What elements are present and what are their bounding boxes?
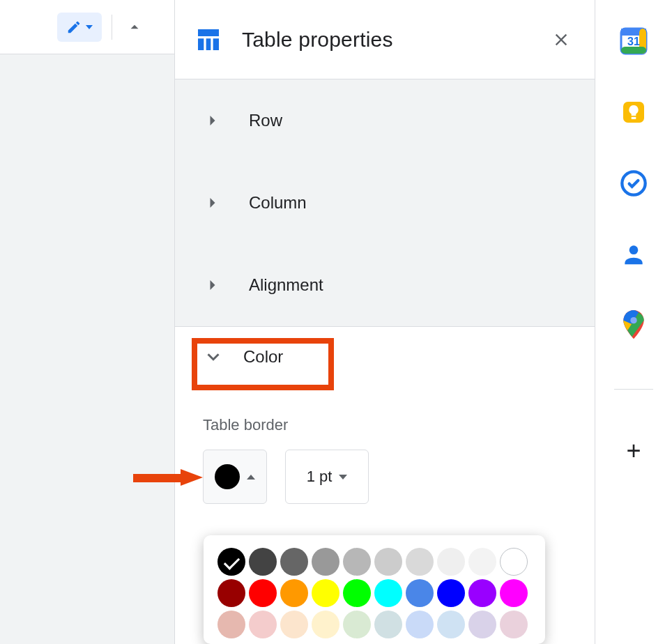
- color-picker-popover: [204, 535, 545, 644]
- contacts-icon: [620, 241, 647, 268]
- section-label: Row: [249, 111, 282, 130]
- border-width-button[interactable]: 1 pt: [285, 450, 369, 504]
- sidebar-maps[interactable]: [619, 311, 648, 340]
- color-swatch[interactable]: [280, 611, 308, 638]
- section-color-header[interactable]: Color: [203, 346, 283, 367]
- toolbar: [0, 0, 174, 54]
- color-swatch[interactable]: [468, 548, 496, 576]
- dropdown-caret-down-icon: [339, 475, 347, 480]
- color-swatch[interactable]: [312, 579, 339, 607]
- color-swatch[interactable]: [468, 611, 496, 638]
- color-swatch[interactable]: [249, 548, 277, 576]
- svg-point-10: [630, 317, 636, 323]
- section-row[interactable]: Row: [175, 79, 595, 162]
- color-swatch[interactable]: [406, 548, 434, 576]
- section-column[interactable]: Column: [175, 162, 595, 244]
- color-swatch[interactable]: [500, 611, 528, 638]
- color-swatch[interactable]: [437, 548, 465, 576]
- tasks-icon: [620, 169, 648, 197]
- table-border-label: Table border: [203, 416, 567, 434]
- color-swatch[interactable]: [217, 579, 245, 607]
- color-swatch[interactable]: [343, 548, 371, 576]
- color-swatch[interactable]: [280, 579, 308, 607]
- border-controls: 1 pt: [203, 450, 567, 504]
- color-swatch[interactable]: [374, 548, 402, 576]
- chevron-right-icon: [203, 111, 222, 130]
- collapse-toolbar-button[interactable]: [122, 15, 147, 40]
- color-swatch[interactable]: [217, 611, 245, 638]
- border-color-button[interactable]: [203, 450, 267, 504]
- color-swatch[interactable]: [406, 611, 434, 638]
- svg-rect-5: [621, 47, 646, 54]
- maps-icon: [621, 310, 646, 341]
- collapsed-sections: Row Column Alignment: [175, 79, 595, 326]
- section-alignment[interactable]: Alignment: [175, 244, 595, 326]
- color-swatch[interactable]: [437, 579, 465, 607]
- dropdown-caret-icon: [86, 25, 93, 29]
- pencil-icon: [66, 20, 82, 35]
- svg-point-9: [629, 245, 639, 254]
- dropdown-caret-up-icon: [247, 475, 255, 480]
- sidebar-divider: [614, 389, 653, 390]
- svg-marker-1: [181, 469, 203, 486]
- border-width-value: 1 pt: [307, 468, 333, 486]
- chevron-up-icon: [125, 18, 144, 36]
- color-swatch[interactable]: [312, 611, 339, 638]
- editing-mode-button[interactable]: [57, 13, 102, 42]
- color-swatch[interactable]: [249, 611, 277, 638]
- color-swatch[interactable]: [500, 548, 528, 576]
- color-swatch[interactable]: [343, 611, 371, 638]
- sidebar-calendar[interactable]: 31: [619, 26, 648, 56]
- chevron-right-icon: [203, 275, 222, 295]
- toolbar-divider: [112, 15, 112, 40]
- color-swatch[interactable]: [312, 548, 339, 576]
- chevron-down-icon: [203, 346, 224, 367]
- color-swatch[interactable]: [280, 548, 308, 576]
- addons-sidebar: 31 +: [595, 0, 672, 644]
- color-swatch[interactable]: [374, 579, 402, 607]
- sidebar-contacts[interactable]: [619, 240, 648, 269]
- keep-icon: [620, 98, 648, 126]
- table-icon: [194, 26, 222, 54]
- color-swatch[interactable]: [343, 579, 371, 607]
- panel-title: Table properties: [242, 28, 528, 52]
- color-swatch[interactable]: [437, 611, 465, 638]
- svg-text:31: 31: [627, 36, 640, 47]
- document-background: [0, 54, 174, 644]
- color-swatch[interactable]: [249, 579, 277, 607]
- current-color-swatch: [215, 464, 240, 489]
- section-label: Color: [243, 347, 283, 367]
- section-label: Column: [249, 193, 307, 213]
- color-swatch[interactable]: [217, 548, 245, 576]
- close-icon: [551, 30, 571, 49]
- color-swatch[interactable]: [374, 611, 402, 638]
- calendar-icon: 31: [620, 27, 648, 55]
- close-button[interactable]: [547, 26, 575, 54]
- color-swatch[interactable]: [500, 579, 528, 607]
- sidebar-add-addon[interactable]: +: [626, 438, 641, 463]
- sidebar-keep[interactable]: [619, 98, 648, 127]
- color-swatch[interactable]: [468, 579, 496, 607]
- panel-header: Table properties: [175, 0, 595, 79]
- color-swatch[interactable]: [406, 579, 434, 607]
- section-label: Alignment: [249, 275, 323, 295]
- chevron-right-icon: [203, 193, 222, 213]
- sidebar-tasks[interactable]: [619, 169, 648, 198]
